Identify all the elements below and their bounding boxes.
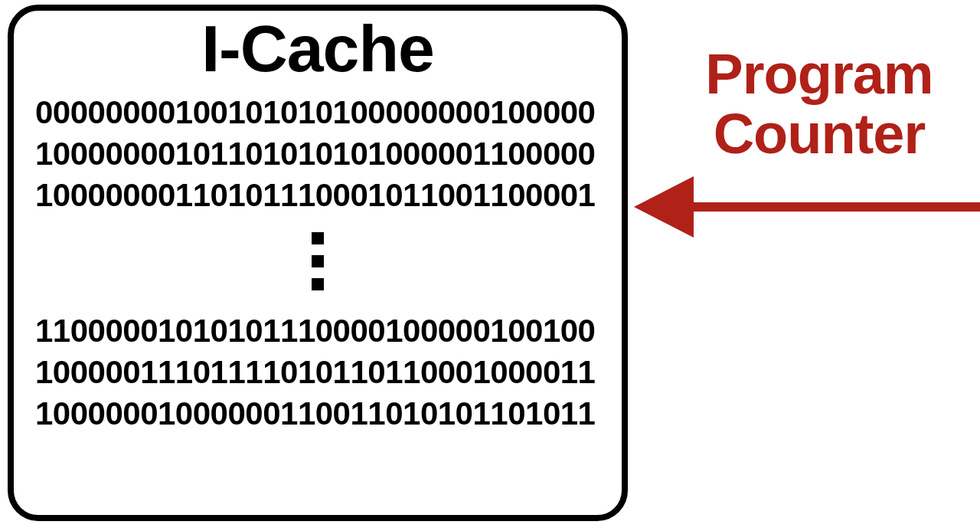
program-counter-label-line1: Program — [666, 44, 972, 104]
vertical-ellipsis-icon — [35, 232, 600, 290]
svg-marker-1 — [634, 176, 694, 238]
icache-title: I-Cache — [35, 15, 600, 81]
program-counter-label-line2: Counter — [666, 104, 972, 164]
icache-line-1: 10000000101101010101000001100000 — [35, 133, 600, 175]
icache-line-2: 10000000110101110001011001100001 — [35, 175, 600, 216]
arrow-left-icon — [634, 170, 980, 244]
icache-line-3: 11000001010101110000100000100100 — [35, 310, 600, 352]
diagram-stage: I-Cache 00000000100101010100000000100000… — [0, 0, 980, 528]
icache-line-4: 10000011101111010110110001000011 — [35, 352, 600, 393]
program-counter-label: Program Counter — [666, 44, 972, 165]
icache-line-5: 10000001000000110011010101101011 — [35, 393, 600, 435]
icache-box: I-Cache 00000000100101010100000000100000… — [8, 5, 628, 521]
icache-line-0: 00000000100101010100000000100000 — [35, 92, 600, 133]
